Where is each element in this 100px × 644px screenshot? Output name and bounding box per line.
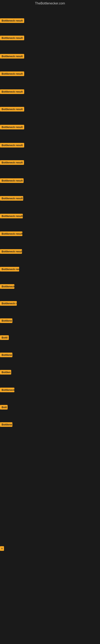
bottleneck-badge: Bottleneck re bbox=[0, 301, 17, 306]
bottleneck-result-item[interactable]: Bottleneck result bbox=[0, 178, 24, 184]
bottleneck-badge: Bottleneck result bbox=[0, 18, 24, 23]
bottleneck-result-item[interactable]: Bottleneck bbox=[0, 284, 14, 290]
bottleneck-badge: Bottleneck bbox=[0, 284, 14, 289]
bottleneck-result-item[interactable]: Bottleneck result bbox=[0, 232, 22, 237]
bottleneck-badge: Bottleneck result bbox=[0, 89, 24, 94]
bottleneck-result-item[interactable]: Bottlene bbox=[0, 352, 12, 358]
bottleneck-badge: Bottleneck result bbox=[0, 160, 24, 165]
bottleneck-result-item[interactable]: Bottleneck result bbox=[0, 89, 24, 95]
bottleneck-badge: Bottleneck result bbox=[0, 107, 24, 112]
bottleneck-result-item[interactable]: Bottleneck result bbox=[0, 143, 24, 148]
bottleneck-result-item[interactable]: Bottleneck re bbox=[0, 301, 17, 306]
bottleneck-badge: Bottleneck bbox=[0, 388, 14, 392]
bottleneck-badge: Bottleneck result bbox=[0, 178, 24, 183]
bottleneck-result-item[interactable]: Bottleneck result bbox=[0, 214, 23, 219]
bottleneck-badge: Bottleneck result bbox=[0, 214, 23, 218]
bottleneck-result-item[interactable]: Bottlene bbox=[0, 422, 12, 428]
bottleneck-badge: Bottlene bbox=[0, 318, 12, 323]
bottleneck-result-item[interactable]: Bottleneck result bbox=[0, 36, 24, 41]
bottleneck-badge: Bottleneck result bbox=[0, 196, 23, 201]
bottleneck-badge: Bottleneck result bbox=[0, 36, 24, 40]
bottleneck-badge: Bottlene bbox=[0, 422, 12, 427]
bottleneck-result-item[interactable]: Bottleneck result bbox=[0, 107, 24, 112]
bottleneck-badge: Bottleneck result bbox=[0, 143, 24, 148]
bottleneck-result-item[interactable]: Bottleneck result bbox=[0, 196, 23, 202]
bottleneck-badge: Bottleneck res bbox=[0, 267, 19, 272]
bottleneck-badge: Bottlene bbox=[0, 352, 12, 357]
bottleneck-badge: Bottlen bbox=[0, 370, 11, 374]
bottleneck-result-item[interactable]: Bottleneck result bbox=[0, 54, 24, 59]
bottleneck-result-item[interactable]: Bottleneck result bbox=[0, 160, 24, 166]
bottleneck-result-item[interactable]: Bottleneck result bbox=[0, 72, 24, 77]
bottleneck-result-item[interactable]: Bottleneck result bbox=[0, 125, 24, 130]
bottleneck-result-item[interactable]: Bottleneck res bbox=[0, 267, 19, 272]
small-indicator-item: ≡ bbox=[0, 546, 4, 551]
bottleneck-badge: Bottleneck result bbox=[0, 232, 22, 236]
bottleneck-result-item[interactable]: Bott bbox=[0, 405, 8, 410]
bottleneck-badge: Bottleneck result bbox=[0, 72, 24, 76]
bottleneck-badge: Bottleneck result bbox=[0, 125, 24, 130]
bottleneck-result-item[interactable]: Bottleneck bbox=[0, 388, 14, 393]
small-indicator-badge: ≡ bbox=[0, 546, 4, 551]
bottleneck-result-item[interactable]: Bottl bbox=[0, 335, 9, 341]
bottleneck-result-item[interactable]: Bottlene bbox=[0, 318, 12, 324]
bottleneck-result-item[interactable]: Bottleneck result bbox=[0, 18, 24, 24]
bottleneck-badge: Bottleneck result bbox=[0, 249, 22, 254]
site-title: TheBottlenecker.com bbox=[0, 0, 100, 7]
bottleneck-badge: Bott bbox=[0, 405, 8, 410]
bottleneck-result-item[interactable]: Bottleneck result bbox=[0, 249, 22, 254]
bottleneck-badge: Bottl bbox=[0, 335, 9, 340]
bottleneck-badge: Bottleneck result bbox=[0, 54, 24, 58]
bottleneck-result-item[interactable]: Bottlen bbox=[0, 370, 11, 375]
